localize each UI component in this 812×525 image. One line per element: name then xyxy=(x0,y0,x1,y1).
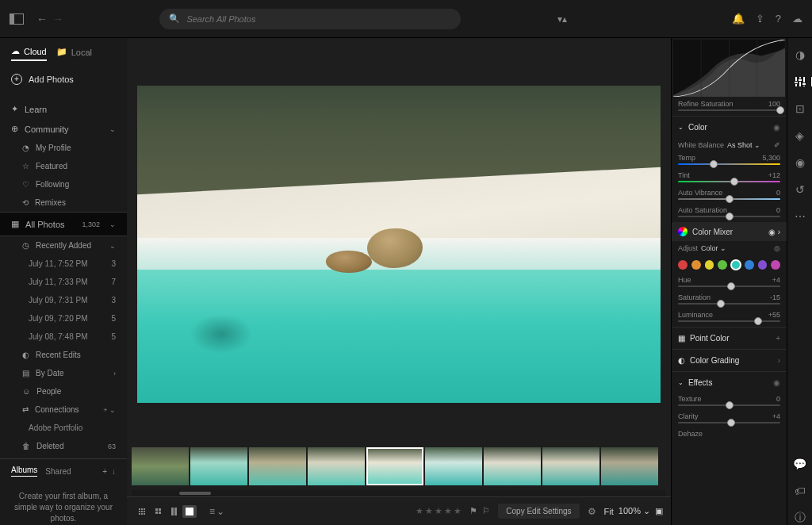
keywords-tool[interactable]: 🏷 xyxy=(793,484,807,498)
thumbnail[interactable] xyxy=(249,447,306,485)
window-layout-icon[interactable] xyxy=(10,13,24,25)
gear-icon[interactable]: ⚙ xyxy=(588,506,596,517)
compare-view-button[interactable] xyxy=(167,505,181,518)
slider-handle[interactable] xyxy=(717,300,725,308)
color-dot[interactable] xyxy=(678,260,688,270)
filmstrip-scrollbar[interactable] xyxy=(132,490,666,496)
sidebar-item-remixes[interactable]: ⟲ Remixes xyxy=(0,194,127,212)
bell-icon[interactable]: 🔔 xyxy=(732,13,745,25)
sort-button[interactable]: ≡⌄ xyxy=(209,506,224,517)
loupe-icon[interactable]: ▣ xyxy=(655,506,663,516)
star-icon[interactable]: ★ xyxy=(444,506,452,516)
crop-tool[interactable]: ⊡ xyxy=(793,102,807,116)
date-item-0[interactable]: July 11, 7:52 PM3 xyxy=(0,255,127,273)
sidebar-item-deleted[interactable]: 🗑 Deleted 63 xyxy=(0,437,127,455)
single-view-button[interactable] xyxy=(182,505,197,518)
eye-icon[interactable]: ◉ xyxy=(773,123,780,132)
zoom-dropdown[interactable]: 100% ⌄ xyxy=(619,506,650,516)
cloud-sync-icon[interactable]: ☁ xyxy=(792,13,802,25)
effects-section-header[interactable]: ⌄ Effects ◉ xyxy=(672,371,787,393)
slider-track[interactable] xyxy=(678,181,780,182)
sidebar-item-recent-edits[interactable]: ◐ Recent Edits xyxy=(0,346,127,364)
photo-canvas[interactable] xyxy=(127,38,671,446)
add-connection-icon[interactable]: + ⌄ xyxy=(103,406,116,414)
grid-small-view-button[interactable] xyxy=(135,505,149,518)
point-color-add[interactable]: + xyxy=(776,334,780,343)
sidebar-item-by-date[interactable]: ▤ By Date › xyxy=(0,364,127,382)
grid-view-button[interactable] xyxy=(151,505,165,518)
sidebar-item-my-profile[interactable]: ◔ My Profile xyxy=(0,139,127,157)
slider-handle[interactable] xyxy=(727,282,735,290)
eye-icon[interactable]: ◉ xyxy=(773,378,780,387)
versions-tool[interactable]: ↺ xyxy=(793,182,807,197)
slider-track[interactable] xyxy=(678,404,780,406)
flag-reject-icon[interactable]: ⚐ xyxy=(482,506,490,516)
thumbnail[interactable] xyxy=(601,447,658,485)
thumbnail[interactable] xyxy=(542,447,599,485)
sidebar-item-community[interactable]: ⊕ Community ⌄ xyxy=(0,119,127,139)
color-dot[interactable] xyxy=(705,260,714,270)
date-item-2[interactable]: July 09, 7:31 PM3 xyxy=(0,291,127,309)
search-input[interactable] xyxy=(186,14,451,24)
eye-icon[interactable]: ◉ › xyxy=(768,228,780,236)
color-dot[interactable] xyxy=(771,260,780,270)
slider-track[interactable] xyxy=(678,198,780,200)
eyedropper-icon[interactable]: ✐ xyxy=(774,141,780,149)
slider-handle[interactable] xyxy=(730,178,738,186)
thumbnail[interactable] xyxy=(132,447,189,485)
slider-track[interactable] xyxy=(678,320,780,322)
comments-tool[interactable]: 💬 xyxy=(793,457,807,471)
sidebar-item-all-photos[interactable]: ▦ All Photos 1,302 ⌄ xyxy=(0,212,127,236)
slider-handle[interactable] xyxy=(726,213,733,220)
slider-track[interactable] xyxy=(678,109,780,111)
slider-handle[interactable] xyxy=(754,317,762,325)
date-item-3[interactable]: July 09, 7:20 PM5 xyxy=(0,309,127,328)
slider-handle[interactable] xyxy=(726,401,733,409)
sidebar-item-featured[interactable]: ☆ Featured xyxy=(0,157,127,175)
info-tool[interactable]: ⓘ xyxy=(793,511,807,525)
slider-handle[interactable] xyxy=(727,419,735,427)
color-mixer-header[interactable]: Color Mixer ◉ › xyxy=(672,222,787,241)
slider-handle[interactable] xyxy=(726,195,733,203)
thumbnail[interactable] xyxy=(190,447,247,485)
tab-local[interactable]: 📁 Local xyxy=(56,46,92,61)
star-icon[interactable]: ★ xyxy=(435,506,442,516)
sidebar-item-recently-added[interactable]: ◷ Recently Added ⌄ xyxy=(0,236,127,255)
copy-edit-settings-button[interactable]: Copy Edit Settings xyxy=(498,504,579,519)
add-album-icon[interactable]: + xyxy=(102,467,107,476)
forward-button[interactable]: → xyxy=(52,13,63,25)
color-dot[interactable] xyxy=(691,260,701,270)
more-tool[interactable]: ⋯ xyxy=(793,209,807,224)
histogram[interactable] xyxy=(673,40,785,97)
sidebar-item-people[interactable]: ☺ People xyxy=(0,382,127,400)
color-dot[interactable] xyxy=(718,260,727,270)
add-photos-button[interactable]: + Add Photos xyxy=(0,66,127,93)
fit-button[interactable]: Fit xyxy=(604,507,614,516)
thumbnail[interactable] xyxy=(308,447,365,485)
edit-tool[interactable] xyxy=(793,75,807,89)
color-dot[interactable] xyxy=(758,260,768,270)
thumbnail[interactable] xyxy=(484,447,541,485)
share-icon[interactable]: ⇪ xyxy=(756,13,764,25)
albums-tab[interactable]: Albums xyxy=(11,466,37,477)
slider-track[interactable] xyxy=(678,422,780,423)
expand-icon[interactable]: › xyxy=(778,356,780,365)
slider-handle[interactable] xyxy=(710,160,718,168)
tab-cloud[interactable]: ☁ Cloud xyxy=(11,46,47,61)
sidebar-item-following[interactable]: ♡ Following xyxy=(0,175,127,194)
wb-dropdown[interactable]: As Shot ⌄ xyxy=(727,141,760,149)
presets-tool[interactable]: ◑ xyxy=(793,48,807,62)
sidebar-item-adobe-portfolio[interactable]: Adobe Portfolio xyxy=(0,419,127,437)
slider-handle[interactable] xyxy=(776,106,784,114)
flag-pick-icon[interactable]: ⚑ xyxy=(469,506,477,516)
star-icon[interactable]: ★ xyxy=(425,506,433,516)
thumbnail[interactable] xyxy=(425,447,482,485)
masking-tool[interactable]: ◉ xyxy=(793,155,807,170)
point-color-header[interactable]: ▦ Point Color + xyxy=(672,327,787,349)
color-grading-header[interactable]: ◐ Color Grading › xyxy=(672,349,787,371)
rating-stars[interactable]: ★★★★★ xyxy=(416,506,462,516)
scrollbar-thumb[interactable] xyxy=(179,492,211,495)
healing-tool[interactable]: ◈ xyxy=(793,128,807,143)
color-dot[interactable] xyxy=(745,260,754,270)
help-icon[interactable]: ? xyxy=(776,13,781,25)
